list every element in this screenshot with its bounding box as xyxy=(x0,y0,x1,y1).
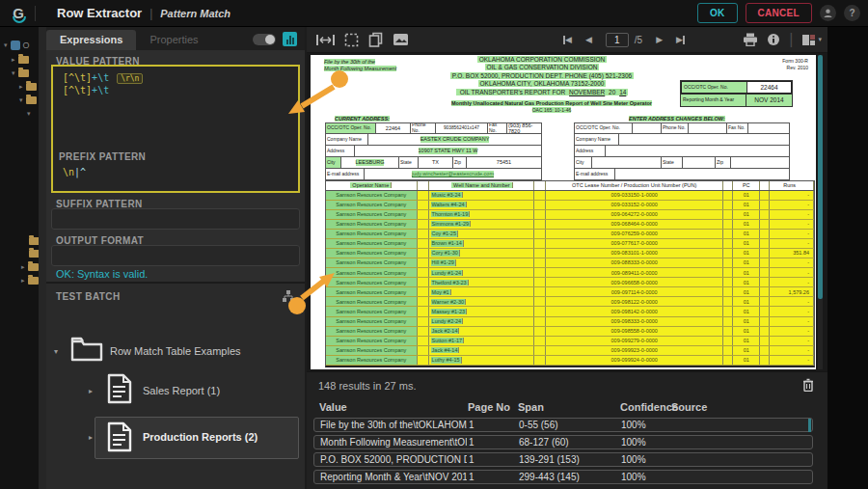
document-icon xyxy=(106,372,133,405)
result-row[interactable]: File by the 30th of the\tOKLAHOMA CORP..… xyxy=(313,418,813,432)
doc-table-row: Samson Resources CompanyLundy #2-24009-0… xyxy=(326,317,814,327)
preview-toggle[interactable] xyxy=(253,34,276,45)
chevron-right-icon: ▸ xyxy=(89,433,93,442)
folder-icon xyxy=(18,69,29,77)
chevron-right-icon: ▸ xyxy=(89,387,93,395)
next-page-button[interactable]: ▶ xyxy=(656,35,663,44)
prev-page-button[interactable]: ◀ xyxy=(585,35,592,44)
print-icon[interactable] xyxy=(743,33,758,46)
sidebar-item[interactable]: ▾ xyxy=(12,69,29,77)
tree-item-label: Production Reports (2) xyxy=(143,431,258,443)
info-icon[interactable] xyxy=(767,33,780,46)
trash-icon[interactable] xyxy=(802,378,814,392)
value-pattern-input[interactable]: [^\t]+\t\r\n xyxy=(63,72,143,84)
copy-pages-icon[interactable] xyxy=(368,32,383,47)
first-page-button[interactable]: ◀ xyxy=(563,35,572,44)
result-row[interactable]: Reporting Month & Year\tNOV 2014\r\nMo..… xyxy=(313,470,813,484)
prefix-pattern-input[interactable]: \n|^ xyxy=(63,167,86,177)
doc-table-rows: Samson Resources CompanyMusic #3-24009-0… xyxy=(326,191,814,367)
chevron-right-icon: ▸ xyxy=(19,83,23,91)
result-row[interactable]: Month Following Measurement\tOIL & GA...… xyxy=(313,435,813,449)
panel-tab-bar: Expressions Properties xyxy=(46,27,305,50)
chevron-down-icon: ▾ xyxy=(19,96,23,104)
user-avatar-icon[interactable] xyxy=(820,5,836,21)
divider xyxy=(35,6,36,21)
chevron-down-icon: ▾ xyxy=(54,347,58,356)
folder-icon xyxy=(28,263,39,271)
result-row[interactable]: P.O. BOX 52000, PRODUCTION DEPT. PHO...1… xyxy=(313,452,813,467)
doc-table-row: Samson Resources CompanyCoy #1-25009-076… xyxy=(326,230,814,239)
folder-icon xyxy=(26,96,37,104)
doc-table-row: Samson Resources CompanyLundy #1-24009-0… xyxy=(326,268,814,278)
suffix-pattern-input[interactable] xyxy=(51,208,300,230)
image-icon[interactable] xyxy=(393,33,409,46)
marquee-select-icon[interactable] xyxy=(344,33,359,47)
doc-production-table: Operator Name Well Name and Number OTC L… xyxy=(325,180,815,367)
sidebar-item[interactable]: ▸ xyxy=(21,277,39,285)
document-vertical-scrollbar[interactable] xyxy=(818,55,823,369)
doc-table-header: Operator Name Well Name and Number OTC L… xyxy=(326,181,814,191)
doc-table-row: Samson Resources CompanyMoy #1009-097114… xyxy=(326,287,814,297)
results-rows: File by the 30th of the\tOKLAHOMA CORP..… xyxy=(313,418,813,487)
document-icon xyxy=(106,421,133,453)
doc-table-row: Samson Resources CompanyThetford #3-2300… xyxy=(326,278,814,287)
database-icon xyxy=(11,41,20,50)
doc-form-number: Form 300-R xyxy=(782,59,808,65)
test-batch-label: TEST BATCH xyxy=(56,291,121,302)
tree-item-label: Row Match Table Examples xyxy=(110,345,241,357)
sidebar-item-root[interactable]: ▾ O xyxy=(4,41,30,50)
chevron-down-icon: ▾ xyxy=(4,41,8,49)
sidebar-item[interactable]: ▸ xyxy=(12,56,29,64)
syntax-status: OK: Syntax is valid. xyxy=(56,268,148,280)
results-summary: 148 results in 27 ms. xyxy=(318,380,417,392)
grooper-logo-icon: G xyxy=(10,5,27,21)
doc-table-row: Samson Resources CompanySimmons #1-29009… xyxy=(326,220,814,230)
doc-header-block: OKLAHOMA CORPORATION COMMISSION OIL & GA… xyxy=(349,55,735,95)
column-confidence: Confidence xyxy=(620,401,678,413)
ok-button[interactable]: OK xyxy=(697,3,738,23)
folder-icon xyxy=(28,277,39,285)
view-options-icon[interactable]: ▾ xyxy=(801,34,822,46)
output-format-input[interactable] xyxy=(51,245,300,266)
column-source: Source xyxy=(671,401,707,413)
column-span: Span xyxy=(518,401,544,413)
document-page[interactable]: File by the 30th of the Month Following … xyxy=(311,55,816,369)
chevron-down-icon: ▾ xyxy=(27,110,31,118)
doc-table-row: Samson Resources CompanyJack #2-14009-09… xyxy=(326,327,814,337)
top-bar: G Row Extractor | Pattern Match OK CANCE… xyxy=(0,0,868,27)
doc-table-row: Samson Resources CompanyLuthy #4-15009-0… xyxy=(326,356,814,366)
last-page-button[interactable]: ▶ xyxy=(676,35,685,44)
tab-properties[interactable]: Properties xyxy=(136,30,211,50)
results-chart-icon[interactable] xyxy=(283,32,297,46)
doc-subtitle: Monthly Unallocated Natural Gas Producti… xyxy=(417,100,687,114)
pattern-editor-group: [^\t]+\t\r\n [^\t]+\t PREFIX PATTERN \n|… xyxy=(51,65,300,193)
results-panel: 148 results in 27 ms. Value Page No Span… xyxy=(307,371,827,489)
value-pattern-input-line2[interactable]: [^\t]+\t xyxy=(63,85,109,95)
right-gutter xyxy=(827,27,868,489)
folder-icon xyxy=(26,83,37,91)
chevron-down-icon: ▾ xyxy=(12,69,15,77)
viewer-toolbar: ◀ ◀ /5 ▶ ▶ | ▾ xyxy=(307,27,827,53)
doc-table-row: Samson Resources CompanyMusic #3-24009-0… xyxy=(326,191,814,201)
page-number-input[interactable] xyxy=(606,33,629,47)
results-mini-scrollbar[interactable] xyxy=(808,419,811,432)
doc-table-row: Samson Resources CompanyWarner #2-30009-… xyxy=(326,297,814,307)
folder-icon xyxy=(69,334,104,363)
page-count-label: /5 xyxy=(635,35,642,45)
doc-address-left: OCC/OTC Oper. No. 22464 Phone No. 903856… xyxy=(325,122,542,180)
tree-item-label: Sales Report (1) xyxy=(143,385,220,396)
help-icon[interactable]: ? xyxy=(844,5,860,21)
column-page-no: Page No xyxy=(468,401,510,413)
prefix-pattern-label: PREFIX PATTERN xyxy=(59,151,146,162)
sidebar-item[interactable]: ▸ xyxy=(19,83,37,91)
hierarchy-icon[interactable] xyxy=(282,289,295,303)
fit-width-icon[interactable] xyxy=(316,34,335,46)
sidebar-item[interactable]: ▸ xyxy=(21,263,39,271)
line-break-chip[interactable]: \r\n xyxy=(117,73,143,84)
doc-table-row: Samson Resources CompanyThornton #1-1900… xyxy=(326,210,814,220)
doc-table-row: Samson Resources CompanySutton #1-17009-… xyxy=(326,337,814,346)
tab-expressions[interactable]: Expressions xyxy=(46,30,136,50)
sidebar-item[interactable]: ▾ xyxy=(19,96,37,104)
cancel-button[interactable]: CANCEL xyxy=(746,3,812,23)
sidebar-item[interactable]: ▾ xyxy=(27,110,31,118)
